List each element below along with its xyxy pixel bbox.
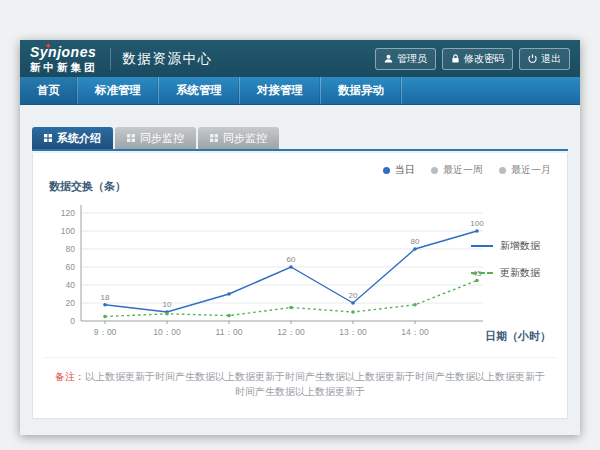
nav-item-connection-mgmt[interactable]: 对接管理 [240,77,321,104]
tab-sync-monitor-1[interactable]: 同步监控 [115,127,196,149]
tab-sync-monitor-1-label: 同步监控 [140,131,184,146]
legend-line-sample [471,245,493,247]
svg-text:20: 20 [349,291,358,300]
legend-new-data-label: 新增数据 [500,239,540,253]
y-axis-title: 数据交换（条） [49,179,126,194]
svg-text:18: 18 [101,293,110,302]
svg-text:10: 10 [163,300,172,309]
filter-last-week-label: 最近一周 [443,163,483,177]
legend-line-sample [471,272,493,274]
legend-item-new-data[interactable]: 新增数据 [471,239,555,253]
svg-text:0: 0 [70,316,75,326]
header-actions: 管理员 修改密码 退出 [375,48,570,70]
legend-dot-icon [383,167,390,174]
admin-user-label: 管理员 [397,52,427,66]
filter-today-label: 当日 [395,163,415,177]
filter-last-week[interactable]: 最近一周 [431,163,483,177]
brand-logo: Synjones ✦ 新中新集团 [30,45,108,73]
svg-text:10：00: 10：00 [153,327,181,337]
nav-item-standard-mgmt[interactable]: 标准管理 [78,77,159,104]
legend-item-updated-data[interactable]: 更新数据 [471,266,555,280]
logout-label: 退出 [541,52,561,66]
svg-text:60: 60 [66,262,76,272]
svg-text:100: 100 [61,226,75,236]
logo-accent-icon: ✦ [44,42,52,51]
content-area: 系统介绍 同步监控 同步监控 当日 [20,105,580,435]
main-nav: 首页 标准管理 系统管理 对接管理 数据异动 [20,77,580,105]
svg-text:14：00: 14：00 [401,327,429,337]
legend-dot-icon [499,167,506,174]
legend-dot-icon [431,167,438,174]
app-window: Synjones ✦ 新中新集团 数据资源中心 管理员 修改密码 退出 [20,40,580,435]
footnote-text: 以上数据更新于时间产生数据以上数据更新于时间产生数据以上数据更新于时间产生数据以… [85,371,545,397]
logo-text-en: Synjones [30,45,98,59]
admin-user-button[interactable]: 管理员 [375,48,436,70]
grid-icon [127,132,135,144]
svg-text:80: 80 [66,244,76,254]
nav-item-home[interactable]: 首页 [20,77,78,104]
tab-sync-monitor-2-label: 同步监控 [223,131,267,146]
grid-icon [44,132,52,144]
header-bar: Synjones ✦ 新中新集团 数据资源中心 管理员 修改密码 退出 [20,40,580,77]
legend-updated-data-label: 更新数据 [500,266,540,280]
svg-text:60: 60 [287,255,296,264]
chart-panel: 当日 最近一周 最近一月 数据交换（条） 0204060801001209：00… [32,153,568,419]
footnote: 备注：以上数据更新于时间产生数据以上数据更新于时间产生数据以上数据更新于时间产生… [53,369,547,399]
period-filter-legend: 当日 最近一周 最近一月 [383,163,551,177]
svg-text:80: 80 [411,237,420,246]
panel-divider [43,357,557,358]
svg-text:13：00: 13：00 [339,327,367,337]
svg-text:9：00: 9：00 [94,327,117,337]
tab-system-intro[interactable]: 系统介绍 [32,127,113,149]
page-background: Synjones ✦ 新中新集团 数据资源中心 管理员 修改密码 退出 [0,0,600,450]
user-icon [384,54,393,63]
x-axis-title: 日期（小时） [485,329,551,344]
nav-item-data-change[interactable]: 数据异动 [321,77,402,104]
svg-text:11：00: 11：00 [216,327,243,337]
svg-text:40: 40 [66,280,76,290]
footnote-label: 备注： [55,371,85,382]
line-chart: 0204060801001209：0010：0011：0012：0013：001… [43,197,493,355]
tab-sync-monitor-2[interactable]: 同步监控 [198,127,279,149]
change-password-label: 修改密码 [464,52,504,66]
header-divider [110,48,111,70]
svg-text:12：00: 12：00 [277,327,305,337]
svg-text:20: 20 [66,298,76,308]
logo-text-cn: 新中新集团 [30,62,98,73]
tab-system-intro-label: 系统介绍 [57,131,101,146]
lock-icon [451,54,460,63]
filter-last-month-label: 最近一月 [511,163,551,177]
svg-text:120: 120 [61,208,75,218]
tab-bar: 系统介绍 同步监控 同步监控 [32,127,568,151]
change-password-button[interactable]: 修改密码 [442,48,513,70]
filter-last-month[interactable]: 最近一月 [499,163,551,177]
logout-button[interactable]: 退出 [519,48,570,70]
nav-item-system-mgmt[interactable]: 系统管理 [159,77,240,104]
grid-icon [210,132,218,144]
chart-series-legend: 新增数据 更新数据 [471,239,555,280]
svg-text:100: 100 [470,219,484,228]
app-title: 数据资源中心 [123,50,213,68]
filter-today[interactable]: 当日 [383,163,415,177]
power-icon [528,54,537,63]
